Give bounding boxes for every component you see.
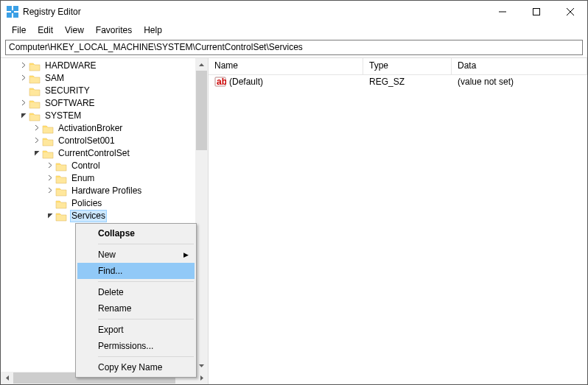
address-bar[interactable]: Computer\HKEY_LOCAL_MACHINE\SYSTEM\Curre… [5,40,583,55]
tree-item-system[interactable]: SYSTEM [1,110,195,122]
tree-scrollbar[interactable] [195,58,208,372]
tree-item-services[interactable]: Services [1,210,195,222]
string-value-icon: ab [214,76,226,88]
tree-label: ControlSet001 [57,135,116,147]
tree-label: SAM [43,72,66,85]
chevron-right-icon[interactable] [18,72,29,85]
tree-label: ActivationBroker [57,122,124,135]
tree-item-policies[interactable]: Policies [1,197,195,210]
folder-icon [55,186,67,197]
window-title: Registry Editor [23,7,81,17]
tree-label: SECURITY [43,85,91,97]
scroll-left-icon[interactable] [1,372,13,384]
chevron-right-icon[interactable] [18,97,29,110]
menu-edit[interactable]: Edit [32,24,58,36]
context-menu: Collapse New▶ Find... Delete Rename Expo… [75,223,197,378]
folder-icon [29,74,41,84]
folder-icon [55,199,67,209]
scroll-thumb[interactable] [196,71,207,150]
tree-item-hwprofiles[interactable]: Hardware Profiles [1,185,195,197]
close-button[interactable] [553,1,587,23]
tree-item-sam[interactable]: SAM [1,72,195,85]
maximize-button[interactable] [519,1,553,23]
tree-item-currentcontrolset[interactable]: CurrentControlSet [1,147,195,160]
chevron-down-icon[interactable] [32,147,42,160]
tree-label: Enum [70,172,96,185]
chevron-right-icon[interactable] [45,160,55,172]
tree-item-enum[interactable]: Enum [1,172,195,185]
folder-icon [42,149,54,159]
ctx-copykey[interactable]: Copy Key Name [77,359,195,375]
folder-icon [29,99,41,109]
ctx-permissions[interactable]: Permissions... [77,338,195,354]
scroll-right-icon[interactable] [195,372,208,384]
separator [98,281,194,282]
separator [98,244,194,244]
menu-file[interactable]: File [7,24,31,36]
chevron-down-icon[interactable] [45,210,55,222]
tree-item-controlset001[interactable]: ControlSet001 [1,135,195,147]
chevron-right-icon[interactable] [18,60,29,72]
column-name[interactable]: Name [209,58,363,74]
scroll-down-icon[interactable] [195,359,208,372]
tree-label: Control [70,160,102,172]
folder-icon [42,124,54,134]
minimize-button[interactable] [486,1,519,23]
tree-label: CurrentControlSet [57,147,131,160]
value-type: REG_SZ [363,77,452,87]
chevron-right-icon[interactable] [45,185,55,197]
folder-icon [42,136,54,146]
chevron-right-icon: ▶ [183,251,189,258]
svg-rect-4 [11,10,14,13]
menu-help[interactable]: Help [139,24,167,36]
tree-label: Hardware Profiles [70,185,143,197]
tree-label: Services [70,210,107,222]
tree-item-security[interactable]: SECURITY [1,85,195,97]
tree-item-activationbroker[interactable]: ActivationBroker [1,122,195,135]
ctx-export[interactable]: Export [77,322,195,338]
ctx-find[interactable]: Find... [77,263,195,279]
value-name: (Default) [229,77,263,87]
tree-item-hardware[interactable]: HARDWARE [1,60,195,72]
regedit-icon [7,6,18,18]
ctx-new[interactable]: New▶ [77,247,195,263]
chevron-right-icon[interactable] [32,122,42,135]
title-bar: Registry Editor [1,1,587,23]
column-data[interactable]: Data [452,58,587,74]
tree-item-software[interactable]: SOFTWARE [1,97,195,110]
folder-icon [29,86,41,96]
menu-bar: File Edit View Favorites Help [1,23,587,38]
chevron-down-icon[interactable] [18,110,29,122]
separator [98,356,194,357]
separator [98,319,194,319]
svg-rect-3 [13,13,18,18]
list-row[interactable]: ab (Default) REG_SZ (value not set) [209,75,587,88]
ctx-delete[interactable]: Delete [77,284,195,300]
svg-rect-6 [533,9,540,15]
ctx-collapse[interactable]: Collapse [77,225,195,241]
menu-favorites[interactable]: Favorites [91,24,137,36]
chevron-right-icon[interactable] [45,172,55,185]
svg-text:ab: ab [217,77,226,87]
value-data: (value not set) [452,77,587,87]
menu-view[interactable]: View [60,24,89,36]
scroll-up-icon[interactable] [195,58,208,71]
svg-rect-0 [7,6,12,11]
chevron-right-icon[interactable] [32,135,42,147]
folder-icon [55,174,67,184]
tree-label: HARDWARE [43,60,98,72]
ctx-rename[interactable]: Rename [77,300,195,317]
folder-icon [29,111,41,121]
tree-label: SOFTWARE [43,97,97,110]
folder-icon [55,211,67,222]
svg-rect-2 [7,13,12,18]
tree-item-control[interactable]: Control [1,160,195,172]
tree-label: Policies [70,197,103,210]
list-header: Name Type Data [209,58,587,75]
column-type[interactable]: Type [363,58,452,74]
values-pane: Name Type Data ab (Default) REG_SZ (valu… [209,58,587,372]
tree-label: SYSTEM [43,110,83,122]
folder-icon [55,161,67,172]
address-bar-container: Computer\HKEY_LOCAL_MACHINE\SYSTEM\Curre… [1,38,587,57]
svg-rect-1 [13,6,18,11]
